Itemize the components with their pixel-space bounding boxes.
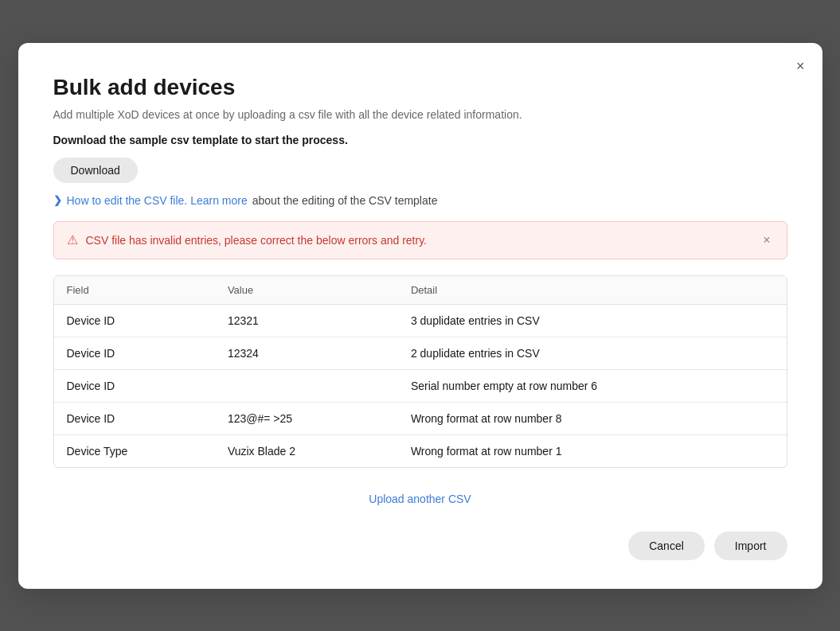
csv-help-link[interactable]: How to edit the CSV file. Learn more bbox=[67, 194, 248, 207]
errors-table: Field Value Detail Device ID123213 dupli… bbox=[54, 276, 787, 467]
error-circle-icon: ⚠ bbox=[67, 232, 78, 247]
cell-field: Device ID bbox=[54, 369, 215, 402]
error-banner: ⚠ CSV file has invalid entries, please c… bbox=[53, 221, 787, 259]
modal-footer: Cancel Import bbox=[53, 532, 787, 560]
modal-instruction: Download the sample csv template to star… bbox=[53, 134, 787, 146]
table-body: Device ID123213 duplidate entries in CSV… bbox=[54, 304, 787, 467]
cell-detail: Wrong format at row number 1 bbox=[398, 434, 787, 467]
col-header-value: Value bbox=[215, 276, 398, 305]
cancel-button[interactable]: Cancel bbox=[628, 532, 705, 560]
cell-field: Device Type bbox=[54, 434, 215, 467]
table-row: Device ID123@#= >25Wrong format at row n… bbox=[54, 402, 787, 434]
chevron-right-icon: ❯ bbox=[53, 194, 62, 206]
cell-field: Device ID bbox=[54, 402, 215, 434]
cell-detail: Serial number empty at row number 6 bbox=[398, 369, 787, 402]
table-row: Device ID123242 duplidate entries in CSV bbox=[54, 337, 787, 369]
csv-help-row: ❯ How to edit the CSV file. Learn more a… bbox=[53, 194, 787, 207]
cell-field: Device ID bbox=[54, 337, 215, 369]
cell-value: 123@#= >25 bbox=[215, 402, 398, 434]
col-header-detail: Detail bbox=[398, 276, 787, 305]
cell-detail: 3 duplidate entries in CSV bbox=[398, 304, 787, 337]
cell-value bbox=[215, 369, 398, 402]
cell-value: 12324 bbox=[215, 337, 398, 369]
cell-detail: 2 duplidate entries in CSV bbox=[398, 337, 787, 369]
error-message: CSV file has invalid entries, please cor… bbox=[86, 234, 428, 247]
table-row: Device TypeVuzix Blade 2Wrong format at … bbox=[54, 434, 787, 467]
cell-detail: Wrong format at row number 8 bbox=[398, 402, 787, 434]
cell-field: Device ID bbox=[54, 304, 215, 337]
cell-value: Vuzix Blade 2 bbox=[215, 434, 398, 467]
modal-subtitle: Add multiple XoD devices at once by uplo… bbox=[53, 108, 787, 121]
error-close-button[interactable]: × bbox=[760, 232, 773, 249]
errors-table-container: Field Value Detail Device ID123213 dupli… bbox=[53, 275, 787, 468]
close-button[interactable]: × bbox=[793, 56, 808, 76]
import-button[interactable]: Import bbox=[714, 532, 787, 560]
table-row: Device IDSerial number empty at row numb… bbox=[54, 369, 787, 402]
upload-another-link[interactable]: Upload another CSV bbox=[369, 493, 471, 505]
error-banner-content: ⚠ CSV file has invalid entries, please c… bbox=[67, 232, 428, 247]
download-button[interactable]: Download bbox=[53, 158, 138, 183]
col-header-field: Field bbox=[54, 276, 215, 305]
table-row: Device ID123213 duplidate entries in CSV bbox=[54, 304, 787, 337]
modal-dialog: × Bulk add devices Add multiple XoD devi… bbox=[18, 43, 822, 589]
modal-title: Bulk add devices bbox=[53, 75, 787, 100]
cell-value: 12321 bbox=[215, 304, 398, 337]
table-header: Field Value Detail bbox=[54, 276, 787, 305]
csv-help-text: about the editing of the CSV template bbox=[252, 194, 438, 207]
modal-overlay: × Bulk add devices Add multiple XoD devi… bbox=[0, 0, 840, 631]
upload-link-row: Upload another CSV bbox=[53, 484, 787, 512]
